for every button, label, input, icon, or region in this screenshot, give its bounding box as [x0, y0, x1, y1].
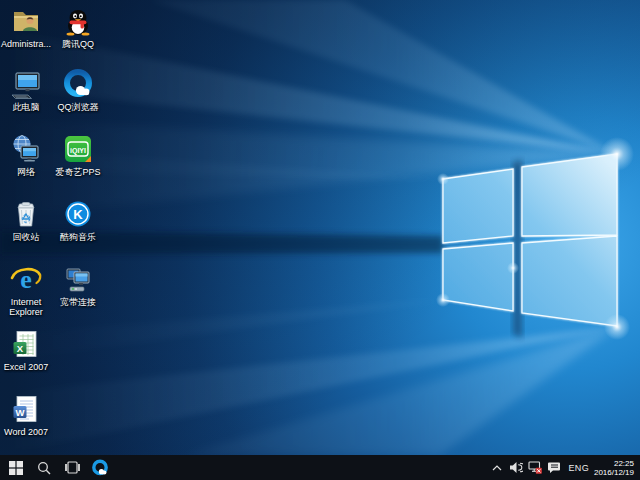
- desktop-icon-network[interactable]: 网络: [0, 132, 52, 177]
- word-icon: W: [9, 392, 43, 426]
- clock-time: 22:25: [594, 459, 634, 468]
- network-globe-icon: [9, 132, 43, 166]
- desktop-icon-label: 网络: [17, 167, 35, 177]
- desktop-icon-excel-2007[interactable]: X Excel 2007: [0, 327, 52, 372]
- desktop-icon-word-2007[interactable]: W Word 2007: [0, 392, 52, 437]
- chevron-up-icon: [492, 465, 502, 471]
- clock-date: 2016/12/19: [594, 468, 634, 477]
- desktop-icon-this-pc[interactable]: 此电脑: [0, 67, 52, 112]
- svg-text:X: X: [17, 343, 24, 354]
- start-button[interactable]: [5, 455, 27, 480]
- system-tray: ENG 22:25 2016/12/19: [490, 455, 638, 480]
- desktop-icon-recycle-bin[interactable]: 回收站: [0, 197, 52, 242]
- desktop-icon-label: Word 2007: [4, 427, 48, 437]
- desktop-icon-kugou-music[interactable]: K 酷狗音乐: [50, 197, 106, 242]
- windows-desktop-screen: Administra... 腾讯QQ: [0, 0, 640, 480]
- qq-browser-icon: [61, 67, 95, 101]
- desktop-icon-broadband-connection[interactable]: 宽带连接: [50, 262, 106, 307]
- action-center-icon: [547, 461, 561, 474]
- desktop-icon-label: Excel 2007: [4, 362, 49, 372]
- desktop-icon-tencent-qq[interactable]: 腾讯QQ: [50, 4, 106, 49]
- speaker-icon: [509, 461, 523, 474]
- iqiyi-icon: iQIYI: [61, 132, 95, 166]
- network-status-button[interactable]: [528, 455, 543, 480]
- network-disconnected-icon: [528, 461, 542, 474]
- desktop-icon-internet-explorer[interactable]: e Internet Explorer: [0, 262, 52, 317]
- taskbar-left: [0, 455, 117, 480]
- kugou-icon: K: [61, 197, 95, 231]
- search-button[interactable]: [33, 455, 55, 480]
- desktop-icon-user-folder[interactable]: Administra...: [0, 4, 52, 49]
- computer-monitor-icon: [9, 67, 43, 101]
- desktop: Administra... 腾讯QQ: [0, 0, 640, 455]
- desktop-icon-label: 宽带连接: [60, 297, 96, 307]
- desktop-icon-iqiyi-pps[interactable]: iQIYI 爱奇艺PPS: [50, 132, 106, 177]
- desktop-icon-label: Internet Explorer: [0, 297, 52, 317]
- taskbar-clock[interactable]: 22:25 2016/12/19: [594, 459, 638, 477]
- volume-button[interactable]: [509, 455, 524, 480]
- windows-logo-icon: [9, 461, 23, 475]
- svg-text:iQIYI: iQIYI: [70, 147, 86, 155]
- search-icon: [37, 461, 51, 475]
- user-folder-icon: [9, 4, 43, 38]
- svg-text:K: K: [73, 207, 83, 222]
- action-center-button[interactable]: [547, 455, 562, 480]
- task-view-button[interactable]: [61, 455, 83, 480]
- language-indicator[interactable]: ENG: [566, 463, 594, 473]
- desktop-icon-label: 酷狗音乐: [60, 232, 96, 242]
- taskbar: ENG 22:25 2016/12/19: [0, 455, 640, 480]
- excel-icon: X: [9, 327, 43, 361]
- desktop-icon-label: QQ浏览器: [57, 102, 98, 112]
- desktop-icon-label: Administra...: [1, 39, 51, 49]
- internet-explorer-icon: e: [9, 262, 43, 296]
- qq-penguin-icon: [61, 4, 95, 38]
- desktop-icon-label: 回收站: [13, 232, 40, 242]
- task-view-icon: [65, 461, 80, 474]
- desktop-icon-label: 腾讯QQ: [62, 39, 94, 49]
- desktop-icon-qq-browser[interactable]: QQ浏览器: [50, 67, 106, 112]
- qq-browser-icon: [91, 459, 109, 477]
- tray-overflow-button[interactable]: [490, 455, 505, 480]
- desktop-icon-label: 此电脑: [13, 102, 40, 112]
- qq-browser-taskbar-button[interactable]: [89, 455, 111, 480]
- desktop-icon-label: 爱奇艺PPS: [55, 167, 100, 177]
- svg-text:W: W: [16, 407, 25, 418]
- recycle-bin-icon: [9, 197, 43, 231]
- broadband-connection-icon: [61, 262, 95, 296]
